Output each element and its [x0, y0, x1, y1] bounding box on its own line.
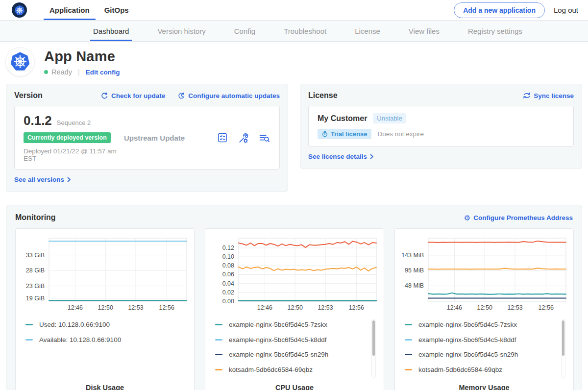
tab-gitops[interactable]: GitOps [98, 0, 135, 20]
app-kubernetes-icon [6, 48, 34, 76]
view-diff-icon[interactable] [258, 132, 270, 144]
gear-icon: ⚙ [464, 214, 470, 221]
svg-text:19 GiB: 19 GiB [26, 295, 45, 302]
version-number: 0.1.2 [24, 113, 52, 128]
legend-swatch [25, 324, 33, 325]
legend-swatch [405, 354, 412, 355]
disk-usage-title: Disk Usage [16, 384, 194, 390]
tab-config[interactable]: Config [233, 21, 256, 41]
divider: | [78, 68, 80, 76]
memory-usage-plot: 143 MiB95 MiB48 MiB12:4612:5012:5312:56 [398, 235, 568, 311]
legend-item: example-nginx-5bc6f5d4c5-k8ddf [405, 336, 567, 343]
svg-text:33 GiB: 33 GiB [26, 252, 45, 259]
configure-prometheus-link[interactable]: ⚙ Configure Prometheus Address [464, 214, 573, 221]
page-title: App Name [44, 49, 120, 65]
legend-label: example-nginx-5bc6f5d4c5-7zskx [229, 321, 327, 328]
svg-text:28 GiB: 28 GiB [26, 267, 45, 274]
svg-text:12:56: 12:56 [539, 304, 554, 311]
svg-text:12:56: 12:56 [349, 304, 364, 311]
legend-scrollbar[interactable] [561, 319, 565, 379]
tab-troubleshoot[interactable]: Troubleshoot [283, 21, 327, 41]
legend-item: example-nginx-5bc6f5d4c5-7zskx [405, 321, 567, 328]
legend-scrollbar-thumb[interactable] [562, 320, 564, 356]
svg-text:0.06: 0.06 [222, 271, 234, 278]
series-line [239, 241, 376, 247]
legend-swatch [215, 354, 222, 355]
legend-item: kotsadm-5db6dc6584-69qbz [405, 366, 567, 373]
status-dot [44, 70, 48, 74]
add-new-application-button[interactable]: Add a new application [454, 2, 545, 18]
svg-text:12:53: 12:53 [128, 304, 143, 311]
monitoring-title: Monitoring [15, 213, 56, 222]
svg-text:0.10: 0.10 [222, 253, 234, 260]
tab-version-history[interactable]: Version history [156, 21, 206, 41]
logout-button[interactable]: Log out [554, 6, 578, 14]
app-header: App Name Ready | Edit config [0, 42, 588, 78]
chevron-right-icon [67, 177, 71, 182]
version-card-title: Version [14, 91, 43, 100]
legend-scrollbar-thumb[interactable] [372, 320, 375, 356]
svg-text:0.02: 0.02 [222, 289, 234, 296]
svg-text:48 MiB: 48 MiB [405, 282, 424, 289]
svg-text:12:46: 12:46 [68, 304, 83, 311]
license-card-title: License [308, 91, 338, 100]
check-for-update-link[interactable]: Check for update [101, 92, 165, 99]
legend-swatch [405, 324, 412, 325]
legend-item: Available: 10.128.0.66:9100 [25, 336, 188, 343]
edit-config-link[interactable]: Edit config [86, 69, 120, 76]
svg-text:12:46: 12:46 [447, 304, 462, 311]
preflight-checks-icon[interactable] [217, 132, 228, 144]
customer-name: My Customer [318, 114, 367, 123]
svg-text:12:50: 12:50 [288, 304, 303, 311]
expiration-text: Does not expire [377, 130, 424, 138]
legend-label: example-nginx-5bc6f5d4c5-sn29h [418, 351, 518, 358]
svg-text:23 GiB: 23 GiB [26, 283, 45, 290]
legend-label: kotsadm-5db6dc6584-69qbz [418, 366, 502, 373]
status-text: Ready [51, 68, 72, 76]
charts-row: 33 GiB28 GiB23 GiB19 GiB12:4612:5012:531… [15, 228, 573, 390]
sync-icon [523, 92, 531, 99]
legend-label: example-nginx-5bc6f5d4c5-sn29h [229, 351, 328, 358]
legend-scrollbar[interactable] [371, 319, 376, 379]
config-wrench-icon[interactable] [237, 132, 249, 144]
legend-swatch [215, 339, 222, 341]
svg-text:95 MiB: 95 MiB [405, 267, 424, 274]
kubernetes-logo-icon [12, 2, 27, 18]
series-line [239, 267, 376, 271]
legend-item: example-nginx-5bc6f5d4c5-sn29h [405, 351, 567, 358]
legend-swatch [405, 369, 412, 370]
svg-text:0.04: 0.04 [222, 280, 234, 287]
legend-label: Available: 10.128.0.66:9100 [39, 336, 121, 343]
see-all-versions-link[interactable]: See all versions [14, 176, 71, 183]
refresh-icon [101, 92, 108, 99]
deployed-date: Deployed 01/21/22 @ 11:57 am EST [24, 147, 124, 162]
tab-view-files[interactable]: View files [408, 21, 441, 41]
tab-registry-settings[interactable]: Registry settings [467, 21, 523, 41]
series-line [428, 268, 566, 269]
memory-usage-legend: example-nginx-5bc6f5d4c5-7zskxexample-ng… [405, 321, 567, 373]
configure-automatic-updates-link[interactable]: Configure automatic updates [178, 92, 280, 99]
tab-dashboard[interactable]: Dashboard [92, 21, 130, 41]
svg-text:143 MiB: 143 MiB [401, 252, 424, 259]
svg-text:12:53: 12:53 [318, 304, 333, 311]
legend-item: Used: 10.128.0.66:9100 [25, 321, 188, 328]
stopwatch-icon [322, 131, 328, 137]
deployed-badge: Currently deployed version [24, 132, 111, 143]
tab-license[interactable]: License [354, 21, 381, 41]
see-license-details-link[interactable]: See license details [308, 153, 374, 160]
app-subnav: Dashboard Version history Config Trouble… [0, 21, 588, 42]
cpu-usage-title: CPU Usage [205, 384, 384, 390]
clock-refresh-icon [178, 92, 185, 99]
sync-license-link[interactable]: Sync license [523, 92, 574, 99]
legend-item: example-nginx-5bc6f5d4c5-7zskx [215, 321, 378, 328]
legend-item: kotsadm-5db6dc6584-69qbz [215, 366, 378, 373]
legend-item: example-nginx-5bc6f5d4c5-sn29h [215, 351, 378, 358]
tab-application[interactable]: Application [44, 0, 96, 20]
legend-swatch [25, 339, 33, 341]
disk-usage-legend: Used: 10.128.0.66:9100Available: 10.128.… [25, 321, 188, 343]
monitoring-section: Monitoring ⚙ Configure Prometheus Addres… [6, 205, 582, 390]
svg-text:0.12: 0.12 [222, 244, 234, 251]
svg-text:12:53: 12:53 [507, 304, 522, 311]
chevron-right-icon [370, 154, 374, 159]
channel-badge: Unstable [373, 113, 406, 123]
